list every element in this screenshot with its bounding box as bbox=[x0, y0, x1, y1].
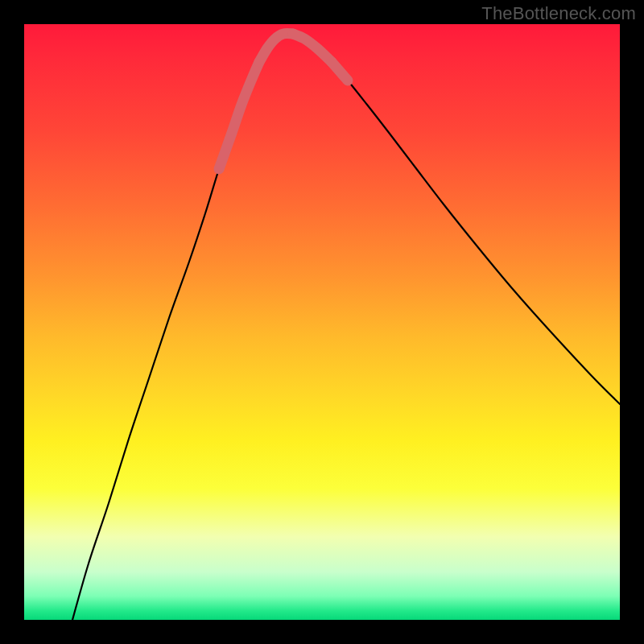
highlight-right-upper bbox=[332, 62, 348, 80]
bottleneck-curve bbox=[72, 33, 620, 620]
watermark-text: TheBottleneck.com bbox=[481, 3, 636, 24]
highlight-right bbox=[293, 34, 332, 62]
curve-layer bbox=[24, 24, 620, 620]
plot-area bbox=[24, 24, 620, 620]
highlight-dots bbox=[219, 34, 348, 169]
highlight-left bbox=[219, 62, 259, 169]
chart-frame: TheBottleneck.com bbox=[0, 0, 644, 644]
highlight-base bbox=[259, 34, 293, 62]
